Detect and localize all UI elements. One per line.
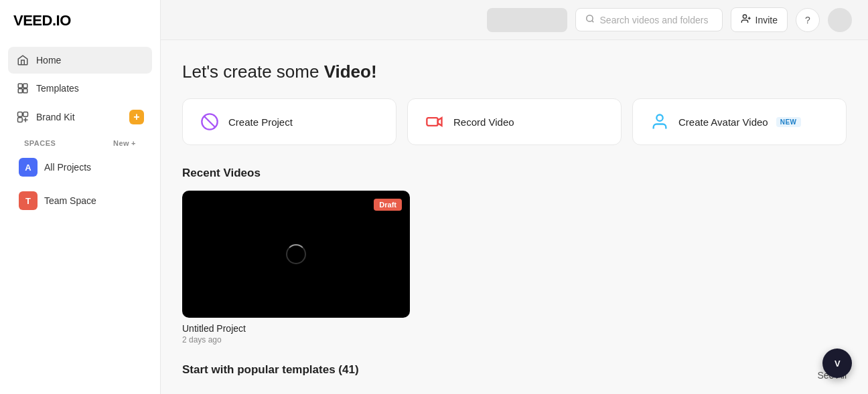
brand-kit-plus-icon[interactable]: + [129,110,144,124]
team-space-label: Team Space [44,195,96,206]
action-cards: Create Project Record Video Create Avata… [182,98,847,145]
create-avatar-label: Create Avatar Video [678,116,768,128]
veed-fab[interactable]: V [822,349,852,378]
create-avatar-card[interactable]: Create Avatar Video NEW [632,98,847,145]
invite-icon [741,13,751,26]
sidebar-item-home-label: Home [36,55,61,66]
sidebar-item-team-space[interactable]: T Team Space [11,185,149,217]
loading-spinner [286,244,306,264]
create-avatar-icon [649,111,670,132]
svg-line-12 [204,116,215,127]
create-project-label: Create Project [228,116,293,128]
video-grid: Draft Untitled Project 2 days ago [182,191,847,344]
header: Search videos and folders Invite ? [161,0,868,40]
templates-title: Start with popular templates (41) [182,363,359,377]
svg-rect-2 [18,89,22,93]
record-video-icon [424,111,445,132]
video-card[interactable]: Draft Untitled Project 2 days ago [182,191,410,344]
sidebar-item-templates[interactable]: Templates [8,75,152,102]
sidebar-item-templates-label: Templates [36,83,79,94]
svg-point-14 [656,115,662,121]
content-area: Let's create some Video! Create Project … [161,40,868,394]
svg-rect-13 [427,118,437,126]
brand-kit-icon [16,110,29,124]
help-button[interactable]: ? [796,8,820,32]
sidebar-item-brand-kit[interactable]: Brand Kit + [8,103,152,131]
sidebar: VEED.IO Home Templates Brand Kit + [0,0,161,394]
logo[interactable]: VEED.IO [0,0,160,41]
search-bar[interactable]: Search videos and folders [575,8,723,31]
sidebar-item-all-projects[interactable]: A All Projects [11,151,149,183]
help-icon: ? [805,15,810,25]
svg-rect-5 [23,112,28,117]
create-project-icon [199,111,220,132]
svg-rect-6 [18,118,23,122]
video-date: 2 days ago [182,335,410,344]
record-video-card[interactable]: Record Video [407,98,622,145]
spaces-new-button[interactable]: New + [113,139,136,147]
search-placeholder-text: Search videos and folders [600,15,709,25]
new-badge: NEW [776,117,801,127]
recent-videos-title: Recent Videos [182,167,847,180]
svg-point-8 [743,15,746,18]
home-icon [16,54,29,67]
svg-rect-4 [18,112,23,117]
video-name: Untitled Project [182,323,410,334]
user-avatar[interactable] [828,8,852,32]
search-icon [585,14,595,25]
svg-rect-3 [23,89,27,93]
invite-button[interactable]: Invite [731,7,788,32]
spaces-plus-icon: + [131,139,136,147]
svg-rect-1 [23,84,27,88]
spaces-label: SPACES [24,139,56,147]
page-title: Let's create some Video! [182,62,847,82]
draft-badge: Draft [374,199,402,211]
video-thumbnail: Draft [182,191,410,318]
all-projects-avatar: A [19,158,38,177]
svg-point-7 [586,15,592,21]
svg-rect-0 [18,84,22,88]
templates-icon [16,82,29,95]
sidebar-nav: Home Templates Brand Kit + SPACES New [0,41,160,394]
main-area: Search videos and folders Invite ? Let's… [161,0,868,394]
team-space-avatar: T [19,191,38,210]
invite-label: Invite [755,15,778,25]
record-video-label: Record Video [453,116,514,128]
create-project-card[interactable]: Create Project [182,98,396,145]
spaces-header: SPACES New + [8,132,152,151]
brand-kit-label: Brand Kit [36,112,75,122]
header-placeholder [487,8,567,32]
sidebar-item-home[interactable]: Home [8,47,152,74]
all-projects-label: All Projects [44,162,91,173]
templates-header: Start with popular templates (41) See Al… [182,363,847,387]
